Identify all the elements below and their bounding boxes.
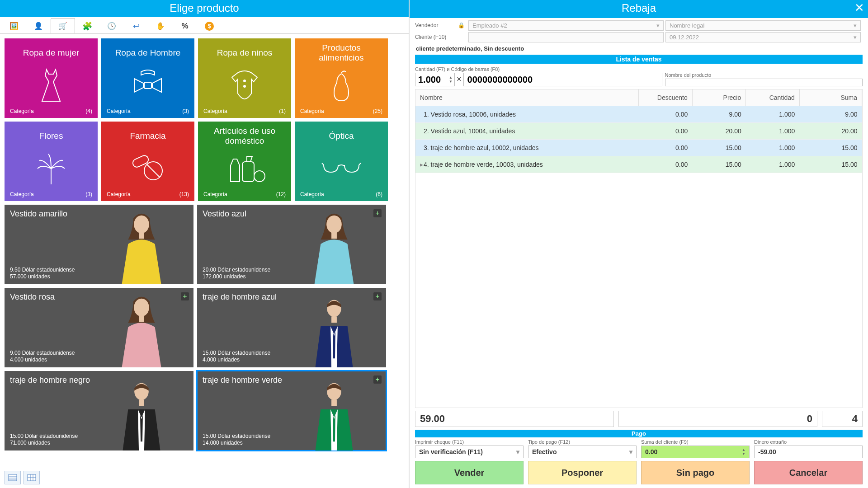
close-icon[interactable]: ✕ (854, 1, 864, 15)
table-row[interactable]: ▸4. traje de hombre verde, 10003, unidad… (415, 156, 862, 173)
product-tile[interactable]: +Vestido rosa9.00 Dólar estadounidense4.… (5, 288, 193, 367)
product-grid: Ropa de mujerCategoría(4)Ropa de HombreC… (0, 34, 409, 455)
cancel-button[interactable]: Cancelar (754, 461, 863, 484)
product-tile[interactable]: +traje de hombre verde15.00 Dólar estado… (197, 371, 386, 450)
category-tile[interactable]: Artículos de uso domésticoCategoría(12) (198, 122, 291, 201)
category-tile[interactable]: FarmaciaCategoría(13) (101, 122, 194, 201)
product-meta: 20.00 Dólar estadounidense172.000 unidad… (203, 267, 381, 281)
category-foot: Categoría (107, 191, 131, 197)
print-select[interactable]: Sin verificación (F11)▾ (415, 446, 524, 458)
category-tile[interactable]: ÓpticaCategoría(6) (295, 122, 388, 201)
quantity-stepper[interactable]: ▲▼ (415, 73, 455, 86)
sell-button[interactable]: Vender (415, 461, 524, 484)
legal-name-field[interactable]: Nombre legal▾ (665, 20, 861, 31)
product-label: Vestido rosa (10, 292, 188, 302)
table-row[interactable]: 3. traje de hombre azul, 10002, unidades… (415, 140, 862, 156)
category-tile[interactable]: Ropa de ninosCategoría(1) (198, 38, 291, 118)
category-foot: Categoría (107, 108, 131, 114)
payment-header: Pago (415, 430, 863, 437)
category-tile[interactable]: Ropa de mujerCategoría(4) (5, 38, 98, 118)
toolbar-money-icon[interactable]: $ (197, 18, 222, 33)
toolbar-percent-icon[interactable]: % (173, 18, 197, 33)
category-label: Óptica (329, 126, 354, 146)
svg-rect-5 (132, 154, 150, 169)
toolbar-user-icon[interactable]: 👤 (26, 18, 51, 33)
col-sum[interactable]: Suma (840, 94, 857, 101)
svg-point-7 (254, 171, 265, 182)
col-price[interactable]: Precio (723, 94, 741, 101)
category-count: (3) (182, 108, 189, 114)
quantity-input[interactable] (415, 75, 447, 85)
left-title: Elige producto (170, 2, 239, 14)
svg-point-19 (327, 383, 341, 400)
qty-down-icon[interactable]: ▼ (447, 80, 454, 84)
nopay-button[interactable]: Sin pago (641, 461, 750, 484)
product-label: traje de hombre negro (10, 375, 188, 385)
qty-up-icon[interactable]: ▲ (447, 75, 454, 80)
toolbar-puzzle-icon[interactable]: 🧩 (75, 18, 99, 33)
product-name-input[interactable] (665, 79, 863, 86)
toolbar-clock-icon[interactable]: 🕓 (99, 18, 124, 33)
pear-icon (328, 63, 355, 108)
product-label: traje de hombre azul (203, 292, 381, 302)
client-info: cliente predeterminado, Sin descuento (410, 44, 868, 55)
bowtie-icon (130, 63, 166, 108)
product-label: Vestido amarillo (10, 209, 188, 219)
svg-rect-14 (331, 316, 337, 323)
svg-line-4 (147, 164, 160, 177)
add-icon[interactable]: + (373, 292, 382, 300)
category-count: (12) (276, 191, 286, 197)
category-tile[interactable]: Ropa de HombreCategoría(3) (101, 38, 194, 118)
category-tile[interactable]: Productos alimenticiosCategoría(25) (295, 38, 388, 118)
product-tile[interactable]: +traje de hombre azul15.00 Dólar estadou… (197, 288, 386, 367)
category-foot: Categoría (203, 191, 227, 197)
postpone-button[interactable]: Posponer (528, 461, 637, 484)
category-tile[interactable]: FloresCategoría(3) (5, 122, 98, 201)
category-label: Ropa de Hombre (115, 43, 181, 63)
svg-point-17 (134, 383, 149, 400)
toolbar-hand-icon[interactable]: ✋ (148, 18, 173, 33)
seller-label: Vendedor (415, 22, 456, 28)
product-meta: 15.00 Dólar estadounidense4.000 unidades (203, 350, 381, 364)
left-header: Elige producto (0, 0, 409, 17)
category-count: (6) (376, 191, 382, 197)
category-count: (3) (85, 191, 92, 197)
right-title: Rebaja (622, 2, 656, 14)
category-label: Productos alimenticios (300, 43, 382, 63)
view-grid-icon[interactable] (24, 471, 40, 484)
category-label: Farmacia (130, 126, 165, 146)
paytype-select[interactable]: Efectivo▾ (528, 446, 637, 458)
change-label: Dinero extraño (754, 439, 863, 445)
product-tile[interactable]: +Vestido azul20.00 Dólar estadounidense1… (197, 205, 386, 284)
table-row[interactable]: 2. Vestido azul, 10004, unidades0.0020.0… (415, 123, 862, 140)
seller-field[interactable]: Empleado #2▾ (468, 20, 664, 31)
svg-point-1 (244, 80, 245, 82)
category-foot: Categoría (300, 191, 324, 197)
category-label: Ropa de ninos (217, 43, 273, 63)
clientsum-input[interactable]: 0.00▲▼ (641, 446, 750, 458)
toolbar-photo-icon[interactable]: 🖼️ (2, 18, 26, 33)
lock-icon[interactable]: 🔒 (456, 20, 467, 31)
add-icon[interactable]: + (373, 375, 382, 384)
category-foot: Categoría (300, 108, 324, 114)
add-icon[interactable]: + (373, 209, 382, 217)
glasses-icon (321, 146, 362, 191)
category-label: Ropa de mujer (23, 43, 80, 63)
col-qty[interactable]: Cantidad (769, 94, 795, 101)
category-count: (13) (179, 191, 189, 197)
client-label: Cliente (F10) (415, 34, 456, 40)
table-row[interactable]: 1. Vestido rosa, 10006, unidades0.009.00… (415, 106, 862, 123)
product-tile[interactable]: Vestido amarillo9.50 Dólar estadounidens… (5, 205, 193, 284)
col-discount[interactable]: Descuento (657, 94, 688, 101)
toolbar-undo-icon[interactable]: ↩ (124, 18, 148, 33)
add-icon[interactable]: + (181, 292, 189, 300)
category-count: (4) (85, 108, 92, 114)
barcode-input[interactable] (463, 73, 662, 86)
client-field[interactable] (468, 32, 664, 42)
client-date-field[interactable]: 09.12.2022▾ (665, 32, 861, 42)
toolbar-cart-icon[interactable]: 🛒 (51, 18, 75, 33)
col-name[interactable]: Nombre (420, 94, 443, 101)
view-list-icon[interactable] (5, 471, 21, 484)
product-meta: 15.00 Dólar estadounidense14.000 unidade… (203, 433, 381, 447)
product-tile[interactable]: traje de hombre negro15.00 Dólar estadou… (5, 371, 193, 450)
